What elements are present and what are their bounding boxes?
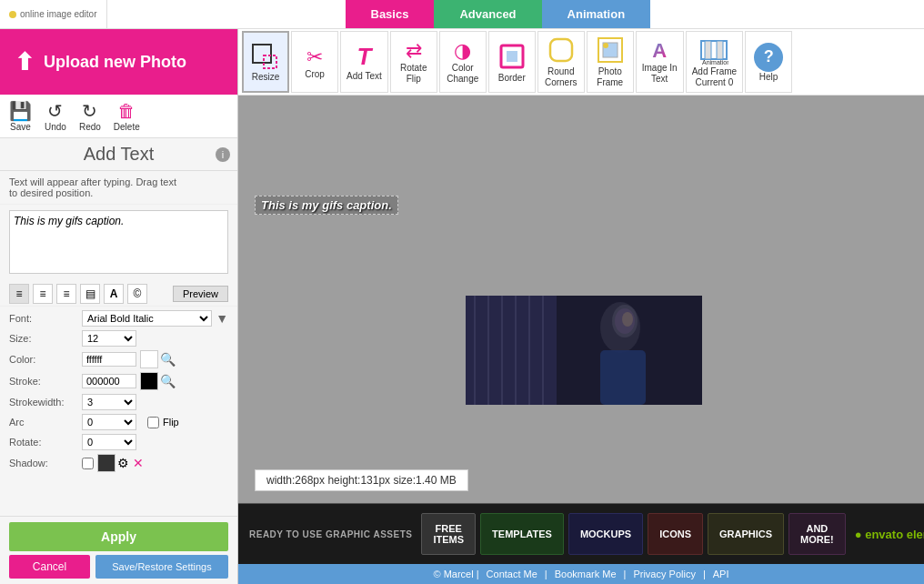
font-label: Font: [9,313,82,324]
shadow-checkbox[interactable] [82,458,94,469]
align-justify-button[interactable]: ▤ [80,284,100,304]
svg-point-7 [603,43,608,48]
svg-rect-3 [507,51,517,62]
color-swatch-white[interactable] [140,350,158,368]
ad-templates[interactable]: TEMPLATES [480,513,564,555]
size-select[interactable]: 12 14 16 18 24 [82,330,136,347]
shadow-label: Shadow: [9,458,82,468]
canvas-image [466,296,702,405]
color-label: Color: [9,354,82,365]
image-in-text-icon: A [652,39,667,63]
upload-icon: ⬆ [15,48,35,76]
undo-button[interactable]: ↺ Undo [41,98,70,134]
svg-rect-9 [705,41,711,59]
font-select[interactable]: Arial Bold Italic Arial Times New Roman [82,310,212,327]
color-input[interactable] [82,352,136,367]
tab-advanced[interactable]: Advanced [434,0,541,28]
svg-rect-0 [253,45,271,63]
tab-animation[interactable]: Animation [542,0,651,28]
tool-round-corners[interactable]: RoundCorners [537,31,585,93]
arc-select[interactable]: 0 45 90 135 180 [82,414,136,430]
delete-label: Delete [114,122,140,132]
stroke-swatch-black[interactable] [140,372,158,390]
redo-label: Redo [79,122,101,132]
ad-label: READY TO USE GRAPHIC ASSETS [249,529,412,539]
shadow-x-icon[interactable]: ✕ [131,456,146,470]
save-restore-button[interactable]: Save/Restore Settings [95,555,228,579]
cancel-button[interactable]: Cancel [9,555,90,579]
logo-area: online image editor [0,0,107,28]
tool-help-label: Help [759,72,778,82]
flip-checkbox[interactable] [147,417,159,428]
ad-free-items[interactable]: FREE ITEMS [421,513,476,555]
rotate-label: Rotate: [9,437,82,448]
add-text-icon: T [357,43,371,71]
crop-icon: ✂ [306,45,323,69]
strokewidth-label: Strokewidth: [9,397,82,408]
align-right-button[interactable]: ≡ [56,284,76,304]
panel-info-icon[interactable]: i [216,147,230,162]
tool-resize-label: Resize [252,72,280,82]
save-label: Save [10,122,31,132]
ad-mockups[interactable]: MOCKUPS [568,513,643,555]
tool-help[interactable]: ? Help [745,31,792,93]
upload-button[interactable]: ⬆ Upload new Photo [0,29,237,95]
shadow-color-swatch[interactable] [97,454,116,472]
tab-basics[interactable]: Basics [346,0,435,28]
ad-icons[interactable]: ICONS [648,513,703,555]
ad-banner: READY TO USE GRAPHIC ASSETS FREE ITEMS T… [238,503,924,564]
tool-rotate-flip[interactable]: ⇄ RotateFlip [390,31,437,93]
strokewidth-select[interactable]: 3 1 2 4 [82,394,136,410]
resize-icon [251,43,280,72]
save-button[interactable]: 💾 Save [5,98,35,134]
tool-resize[interactable]: Resize [242,31,289,93]
stroke-input[interactable] [82,374,136,388]
stroke-picker-icon[interactable]: 🔍 [158,374,177,388]
caption-text[interactable]: This is my gifs caption. [255,196,398,215]
filter-icon[interactable]: ▼ [216,311,228,326]
undo-label: Undo [45,122,66,132]
ad-graphics[interactable]: GRAPHICS [708,513,784,555]
tool-add-text-label: Add Text [346,71,382,81]
preview-button[interactable]: Preview [173,286,228,302]
undo-icon: ↺ [47,100,63,122]
photo-frame-icon [596,35,625,66]
tool-add-text[interactable]: T Add Text [340,31,388,93]
ad-more[interactable]: AND MORE! [788,513,846,555]
svg-rect-4 [550,39,572,61]
help-icon: ? [754,43,783,72]
text-input[interactable] [9,210,228,274]
shadow-gear-icon[interactable]: ⚙ [116,456,131,470]
add-frame-icon: Animation [699,35,728,66]
tool-color-change[interactable]: ◑ ColorChange [439,31,487,93]
stroke-label: Stroke: [9,376,82,387]
svg-text:Animation: Animation [702,59,728,65]
color-picker-icon[interactable]: 🔍 [158,352,177,367]
tool-add-frame[interactable]: Animation Add FrameCurrent 0 [686,31,743,93]
panel-description: Text will appear after typing. Drag text… [0,171,237,205]
footer-privacy[interactable]: Privacy Policy [633,569,695,579]
footer-copyright: © Marcel | [434,569,479,579]
redo-button[interactable]: ↻ Redo [75,98,105,134]
rotate-select[interactable]: 0 90 180 270 [82,434,136,450]
align-a-button[interactable]: A [104,284,124,304]
footer-api[interactable]: API [713,569,729,579]
tool-crop-label: Crop [305,69,325,79]
border-icon [497,42,527,73]
tool-image-in-text[interactable]: A Image InText [636,31,684,93]
footer-bookmark[interactable]: Bookmark Me [555,569,617,579]
align-center-button[interactable]: ≡ [33,284,53,304]
tool-border[interactable]: Border [488,31,536,93]
tool-crop[interactable]: ✂ Crop [291,31,338,93]
footer-contact[interactable]: Contact Me [487,569,537,579]
app-title: online image editor [20,9,97,19]
tool-photo-frame[interactable]: PhotoFrame [587,31,634,93]
delete-button[interactable]: 🗑 Delete [110,99,144,134]
copyright-button[interactable]: © [127,284,147,304]
image-info-text: width:268px height:131px size:1.40 MB [266,474,457,487]
align-left-button[interactable]: ≡ [9,284,29,304]
svg-rect-10 [717,41,723,59]
redo-icon: ↻ [82,100,97,122]
apply-button[interactable]: Apply [9,522,228,551]
panel-title: Add Text [5,144,232,165]
